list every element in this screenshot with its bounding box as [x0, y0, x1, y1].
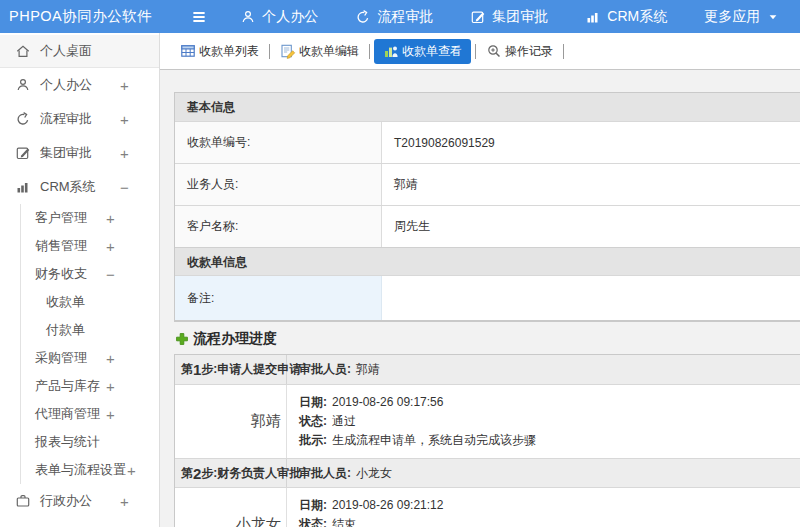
top-nav-item[interactable]: 个人办公: [240, 8, 318, 26]
expand-toggle-icon[interactable]: +: [127, 462, 136, 479]
sidebar-item[interactable]: 代理商管理 +: [20, 400, 159, 428]
date-line: 日期:2019-08-26 09:17:56: [299, 393, 788, 412]
sidebar-item-label: 个人办公: [40, 76, 92, 94]
sidebar-item[interactable]: 人力资源 +: [0, 518, 159, 527]
top-nav-label: 个人办公: [262, 8, 318, 26]
field-label-remark: 备注:: [175, 276, 382, 320]
expand-toggle-icon[interactable]: −: [106, 266, 115, 283]
tab-label: 操作记录: [505, 43, 553, 60]
sidebar-item-label: 个人桌面: [40, 42, 92, 60]
sidebar-item-label: 表单与流程设置: [35, 461, 126, 479]
workflow-icon: [355, 9, 371, 25]
sidebar-item[interactable]: 客户管理 +: [20, 204, 159, 232]
expand-toggle-icon[interactable]: −: [120, 179, 129, 196]
progress-table: 第1步:申请人提交申请 审批人员:郭靖 郭靖 日期:2019-08-26 09:…: [174, 354, 800, 527]
step-label: 第1步:申请人提交申请: [175, 355, 287, 384]
top-nav-label: 集团审批: [492, 8, 548, 26]
expand-toggle-icon[interactable]: +: [120, 145, 129, 162]
sidebar-item-label: 采购管理: [35, 349, 87, 367]
section-header-basic-info: 基本信息: [175, 93, 800, 121]
briefcase-icon: [15, 493, 31, 509]
tab-separator: [475, 44, 476, 59]
expand-toggle-icon[interactable]: +: [106, 210, 115, 227]
person-icon: [240, 9, 256, 25]
hamburger-menu-button[interactable]: [190, 8, 208, 26]
sidebar-item[interactable]: 付款单: [20, 316, 159, 344]
sidebar-item-label: 代理商管理: [35, 405, 100, 423]
tab-label: 收款单编辑: [299, 43, 359, 60]
sidebar-item[interactable]: 集团审批 +: [0, 136, 159, 170]
chart-icon: [585, 9, 601, 25]
top-nav-label: 流程审批: [377, 8, 433, 26]
field-value: 周先生: [382, 206, 800, 247]
expand-toggle-icon[interactable]: +: [106, 238, 115, 255]
remark-line: 批示:生成流程申请单，系统自动完成该步骤: [299, 431, 788, 450]
sidebar-item-label: CRM系统: [40, 178, 96, 196]
field-value: 郭靖: [382, 164, 800, 205]
date-line: 日期:2019-08-26 09:21:12: [299, 496, 788, 515]
sidebar-item[interactable]: 销售管理 +: [20, 232, 159, 260]
top-nav-item[interactable]: CRM系统: [585, 8, 667, 26]
approver-name: 小龙女: [175, 488, 287, 527]
top-nav: 个人办公 流程审批 集团审批 CRM系统: [240, 8, 800, 26]
top-nav-item[interactable]: 集团审批: [470, 8, 548, 26]
tab[interactable]: 操作记录: [480, 39, 559, 64]
field-value-remark: [382, 276, 800, 320]
expand-toggle-icon[interactable]: +: [120, 493, 129, 510]
sidebar-item[interactable]: 产品与库存 +: [20, 372, 159, 400]
approver-label: 审批人员:: [299, 465, 351, 482]
sidebar-item[interactable]: 报表与统计: [20, 428, 159, 456]
field-label: 客户名称:: [175, 206, 382, 247]
edit-doc-icon: [280, 43, 296, 59]
sidebar-item[interactable]: 个人桌面: [0, 35, 159, 68]
sidebar-item-label: 集团审批: [40, 144, 92, 162]
sidebar-item[interactable]: 行政办公 +: [0, 484, 159, 518]
table-icon: [180, 43, 196, 59]
top-nav-label: 更多应用: [704, 8, 760, 26]
progress-title-label: 流程办理进度: [193, 330, 277, 348]
approver-name: 郭靖: [175, 385, 287, 458]
sidebar-item-label: 产品与库存: [35, 377, 100, 395]
expand-toggle-icon[interactable]: +: [106, 378, 115, 395]
tab[interactable]: 收款单列表: [174, 39, 265, 64]
field-label: 收款单编号:: [175, 122, 382, 163]
person-icon: [15, 77, 31, 93]
expand-toggle-icon[interactable]: +: [120, 111, 129, 128]
sidebar-item[interactable]: 表单与流程设置 +: [20, 456, 159, 484]
step-detail-row: 郭靖 日期:2019-08-26 09:17:56 状态:通过 批示:生成流程申…: [175, 384, 800, 458]
expand-toggle-icon[interactable]: +: [106, 350, 115, 367]
sidebar-item[interactable]: 流程审批 +: [0, 102, 159, 136]
tab-separator: [563, 44, 564, 59]
sidebar-item[interactable]: 财务收支 −: [20, 260, 159, 288]
tab[interactable]: 收款单编辑: [274, 39, 365, 64]
app-window: PHPOA协同办公软件 个人办公 流程审批 集团审批: [0, 0, 800, 527]
sidebar-item[interactable]: 个人办公 +: [0, 68, 159, 102]
sidebar-item-label: 客户管理: [35, 209, 87, 227]
field-label: 业务人员:: [175, 164, 382, 205]
receipt-detail-form: 基本信息 收款单编号: T20190826091529 业务人员: 郭靖: [174, 92, 800, 322]
sidebar-item[interactable]: 收款单: [20, 288, 159, 316]
sidebar-item-label: 销售管理: [35, 237, 87, 255]
step-detail-cell: 日期:2019-08-26 09:21:12 状态:结束 批示:通过: [287, 488, 800, 527]
expand-toggle-icon[interactable]: +: [120, 77, 129, 94]
field-value: T20190826091529: [382, 122, 800, 163]
approver-value: 小龙女: [356, 465, 392, 482]
zoom-plus-icon: [486, 43, 502, 59]
section-header-receipt-info: 收款单信息: [175, 247, 800, 275]
step-header-row: 第2步:财务负责人审批 审批人员:小龙女: [175, 458, 800, 487]
sidebar-item-label: 付款单: [46, 321, 85, 339]
top-nav-label: CRM系统: [607, 8, 667, 26]
sidebar-item[interactable]: CRM系统 −: [0, 170, 159, 204]
sidebar-item[interactable]: 采购管理 +: [20, 344, 159, 372]
expand-toggle-icon[interactable]: +: [106, 406, 115, 423]
sidebar-item-label: 财务收支: [35, 265, 87, 283]
sidebar: 个人桌面 个人办公 + 流程审批 + 集团审批: [0, 33, 160, 527]
workflow-icon: [15, 111, 31, 127]
top-nav-item[interactable]: 更多应用: [704, 8, 779, 26]
form-row: 收款单编号: T20190826091529: [175, 121, 800, 163]
main-panel: 收款单列表 收款单编辑 收款单查看: [160, 33, 800, 527]
tab[interactable]: 收款单查看: [374, 39, 471, 64]
top-nav-item[interactable]: 流程审批: [355, 8, 433, 26]
step-detail-row: 小龙女 日期:2019-08-26 09:21:12 状态:结束 批示:通过: [175, 487, 800, 527]
chart-icon: [15, 179, 31, 195]
